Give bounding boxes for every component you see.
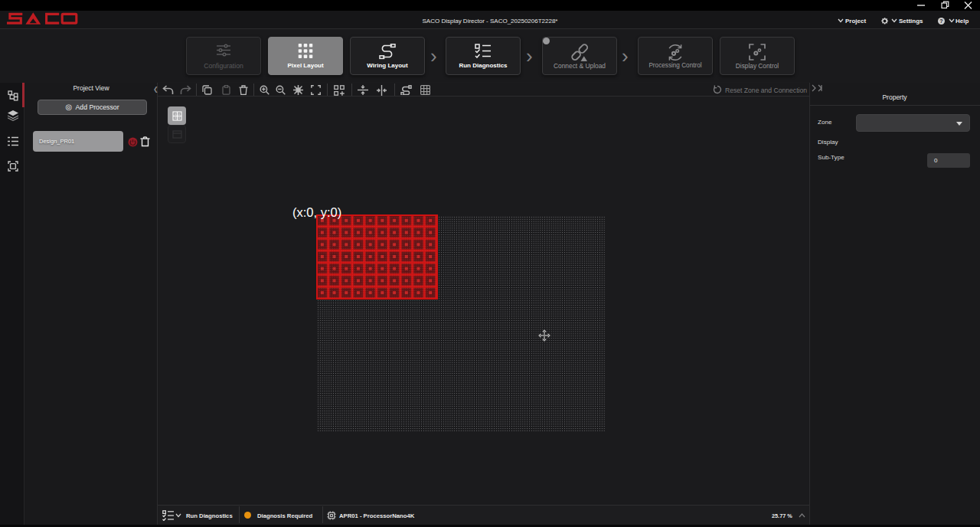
svg-text:?: ? [939,18,942,24]
